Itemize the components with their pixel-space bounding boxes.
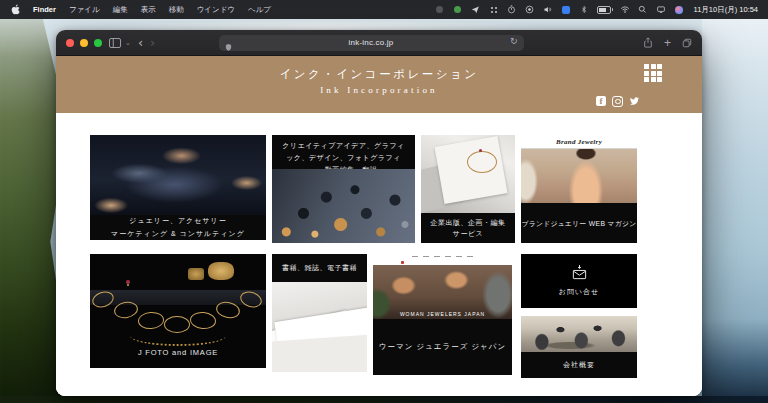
menu-item-edit[interactable]: 編集 <box>113 5 128 15</box>
tile-jfoto[interactable]: J FOTO and IMAGE <box>90 254 266 368</box>
send-app-icon[interactable] <box>471 5 481 15</box>
new-tab-icon[interactable]: + <box>664 37 671 49</box>
menu-item-window[interactable]: ウインドウ <box>197 5 235 15</box>
volume-icon[interactable] <box>543 5 553 15</box>
apple-menu-icon[interactable] <box>10 5 20 15</box>
bluetooth-icon[interactable] <box>579 5 589 15</box>
gem-decor <box>479 149 482 152</box>
spotlight-icon[interactable] <box>638 5 648 15</box>
toolbar-actions: + <box>643 37 692 49</box>
jfoto-caption: J FOTO and IMAGE <box>90 348 266 357</box>
menu-bar-status: 11月10日(月) 10:54 <box>435 5 758 15</box>
gold-clasp-decor <box>188 268 204 280</box>
tile-publishing[interactable]: 企業出版、企画・編集サービス <box>421 135 515 243</box>
twitter-icon[interactable] <box>629 92 640 110</box>
menu-item-file[interactable]: ファイル <box>69 5 100 15</box>
tab-overview-icon[interactable] <box>682 38 692 48</box>
tile-books[interactable]: 書籍、雑誌、電子書籍 <box>272 254 367 372</box>
company-caption-text: 会社概要 <box>521 360 637 370</box>
shield-icon[interactable] <box>225 38 232 56</box>
necklace-decor <box>467 151 497 173</box>
close-window-button[interactable] <box>66 39 74 47</box>
brand-jewelry-caption: ブランドジュエリー WEB マガジン <box>521 203 637 243</box>
contact-caption: お問い合せ <box>559 287 600 297</box>
menu-bar-left: Finder ファイル 編集 表示 移動 ウインドウ ヘルプ <box>10 5 271 15</box>
forward-button[interactable]: › <box>150 36 155 49</box>
display-icon[interactable] <box>656 5 666 15</box>
woman-jewelers-nav <box>373 253 512 265</box>
url-text: ink-inc.co.jp <box>349 38 394 47</box>
zoom-window-button[interactable] <box>94 39 102 47</box>
menu-grid-icon[interactable] <box>644 64 662 82</box>
blue-app-icon[interactable] <box>561 5 571 15</box>
menu-item-view[interactable]: 表示 <box>141 5 156 15</box>
share-icon[interactable] <box>643 37 653 48</box>
sidebar-icon[interactable] <box>109 38 121 48</box>
consulting-caption-line1: ジュエリー、アクセサリー <box>90 216 266 226</box>
publishing-photo <box>421 135 515 213</box>
wallpaper-treeline <box>0 396 768 403</box>
desktop: Finder ファイル 編集 表示 移動 ウインドウ ヘルプ <box>0 0 768 403</box>
books-text-band: 書籍、雑誌、電子書籍 <box>272 254 367 282</box>
chevron-down-icon[interactable]: ⌄ <box>125 39 131 47</box>
menu-bar: Finder ファイル 編集 表示 移動 ウインドウ ヘルプ <box>0 0 768 19</box>
woman-jewelers-logo-mark <box>401 261 404 264</box>
instagram-icon[interactable] <box>612 96 623 107</box>
woman-jewelers-caption: ウーマン ジュエラーズ ジャパン <box>373 319 512 375</box>
wallpaper-water <box>702 19 768 403</box>
safari-window: ⌄ ‹ › ink-inc.co.jp ↻ + <box>56 30 702 396</box>
brand-jewelry-logo: Brand Jewelry <box>521 135 637 149</box>
battery-icon[interactable] <box>597 5 612 15</box>
nav-links-decor <box>373 256 512 257</box>
site-header: インク・インコーポレーション Ink Incorporation f <box>56 56 702 113</box>
consulting-caption-line2: マーケティング & コンサルティング <box>90 229 266 239</box>
creative-photo <box>272 169 415 243</box>
tile-grid: ジュエリー、アクセサリー マーケティング & コンサルティング クリエイティブア… <box>56 113 702 396</box>
timer-icon[interactable] <box>507 5 517 15</box>
publishing-caption: 企業出版、企画・編集サービス <box>421 213 515 243</box>
tile-company[interactable]: 会社概要 <box>521 316 637 378</box>
menu-item-help[interactable]: ヘルプ <box>248 5 271 15</box>
screen-record-icon[interactable] <box>525 5 535 15</box>
menu-extra-app-2-icon[interactable] <box>453 5 463 15</box>
tile-brand-jewelry[interactable]: Brand Jewelry ブランドジュエリー WEB マガジン <box>521 135 637 243</box>
consulting-caption: ジュエリー、アクセサリー マーケティング & コンサルティング <box>90 215 266 240</box>
back-button[interactable]: ‹ <box>138 36 143 49</box>
social-links: f <box>596 92 640 110</box>
jfoto-photo: J FOTO and IMAGE <box>90 254 266 368</box>
books-photo <box>272 282 367 372</box>
menu-extra-app-1-icon[interactable] <box>435 5 445 15</box>
dots-app-icon[interactable] <box>489 5 499 15</box>
window-controls <box>66 39 102 47</box>
menu-item-finder[interactable]: Finder <box>33 5 56 14</box>
small-chain-decor <box>130 326 226 346</box>
wifi-icon[interactable] <box>620 5 630 15</box>
brand-jewelry-photo <box>521 149 637 203</box>
siri-icon[interactable] <box>674 5 684 15</box>
safari-toolbar: ⌄ ‹ › ink-inc.co.jp ↻ + <box>56 30 702 56</box>
woman-jewelers-overlay-text: WOMAN JEWELERS JAPAN <box>373 311 512 317</box>
tile-jewelry-consulting[interactable]: ジュエリー、アクセサリー マーケティング & コンサルティング <box>90 135 266 240</box>
brand-jewelry-caption-text: ブランドジュエリー WEB マガジン <box>521 219 637 229</box>
woman-jewelers-caption-text: ウーマン ジュエラーズ ジャパン <box>373 342 512 352</box>
consulting-photo <box>90 135 266 215</box>
webpage: インク・インコーポレーション Ink Incorporation f <box>56 56 702 396</box>
paper-sheet-decor <box>272 334 367 372</box>
tile-contact[interactable]: お問い合せ <box>521 254 637 308</box>
company-photo <box>521 316 637 352</box>
ruby-ring-decor <box>126 280 130 284</box>
menu-item-go[interactable]: 移動 <box>169 5 184 15</box>
minimize-window-button[interactable] <box>80 39 88 47</box>
company-caption: 会社概要 <box>521 352 637 378</box>
site-title-japanese: インク・インコーポレーション <box>56 56 702 82</box>
tile-woman-jewelers[interactable]: WOMAN JEWELERS JAPAN ウーマン ジュエラーズ ジャパン <box>373 253 512 375</box>
creative-text-band: クリエイティブアイデア、グラフィック、デザイン、フォトグラフィー、動画編集、翻訳 <box>272 135 415 169</box>
reload-icon[interactable]: ↻ <box>510 36 518 46</box>
menu-bar-clock[interactable]: 11月10日(月) 10:54 <box>694 5 758 15</box>
woman-jewelers-photo: WOMAN JEWELERS JAPAN <box>373 265 512 319</box>
mail-icon <box>571 265 588 284</box>
facebook-icon[interactable]: f <box>596 96 606 106</box>
gold-ring-decor <box>208 262 234 280</box>
tile-creative-services[interactable]: クリエイティブアイデア、グラフィック、デザイン、フォトグラフィー、動画編集、翻訳 <box>272 135 415 243</box>
address-bar[interactable]: ink-inc.co.jp ↻ <box>219 35 524 51</box>
